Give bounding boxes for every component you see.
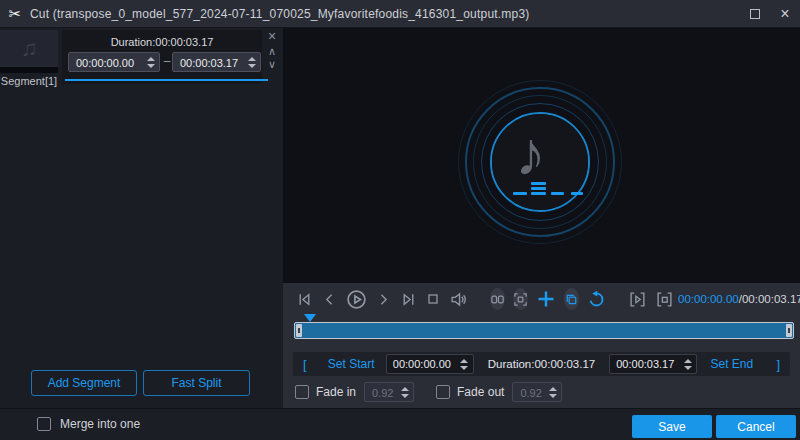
segment-end-spinner[interactable] [245,53,258,71]
music-note-icon: ♪ [515,123,546,185]
music-note-icon: ♫ [21,36,38,62]
segment-end-field [172,52,261,72]
add-segment-icon-button[interactable] [536,289,556,309]
skip-to-end-button[interactable] [400,291,417,308]
window-title: Cut (transpose_0_model_577_2024-07-11_07… [30,7,529,21]
cut-dialog: ✂ Cut (transpose_0_model_577_2024-07-11_… [0,0,800,440]
spin-up-icon[interactable] [684,359,692,363]
stop-button[interactable] [425,291,441,307]
fade-in-field [364,382,414,402]
trim-start-spinner[interactable] [458,355,471,373]
footer-bar: Merge into one Save Cancel [0,408,800,440]
fade-bar: Fade in Fade out [295,380,800,404]
maximize-button[interactable] [740,0,770,28]
fade-out-spinner[interactable] [546,383,559,401]
titlebar: ✂ Cut (transpose_0_model_577_2024-07-11_… [0,0,800,28]
fade-out-checkbox[interactable] [436,385,450,399]
fade-in-label: Fade in [316,385,356,399]
segment-move-up-button[interactable]: ∧ [264,45,280,58]
stop-segment-button[interactable] [655,291,674,308]
step-forward-button[interactable] [375,291,392,308]
set-end-button[interactable]: Set End [697,357,766,371]
segment-duration: Duration:00:00:03.17 [62,36,262,48]
segment-delete-button[interactable]: × [264,29,280,43]
close-icon: × [780,6,789,22]
timeline-track[interactable] [294,322,794,339]
fade-out-label: Fade out [457,385,504,399]
frame-select-button[interactable] [513,288,528,310]
preview-area: ♪ [283,28,800,283]
step-back-button[interactable] [321,291,338,308]
play-segment-button[interactable] [628,291,647,308]
spin-down-icon[interactable] [147,64,155,68]
fade-out-input[interactable] [513,384,545,402]
copy-segment-button[interactable] [564,288,579,310]
maximize-icon [750,9,760,19]
set-start-button[interactable]: Set Start [317,357,386,371]
fast-split-button[interactable]: Fast Split [143,370,250,396]
segment-end-input[interactable] [173,54,244,72]
spin-up-icon[interactable] [549,387,557,391]
segment-start-input[interactable] [69,54,143,72]
fade-in-spinner[interactable] [398,383,411,401]
spin-up-icon[interactable] [460,359,468,363]
play-button[interactable] [346,289,367,310]
bracket-open: [ [293,357,317,372]
fade-in-input[interactable] [365,384,397,402]
volume-button[interactable] [449,291,468,308]
fade-in-checkbox[interactable] [295,385,309,399]
spin-down-icon[interactable] [401,394,409,398]
merge-into-one-label: Merge into one [60,417,140,431]
add-segment-button[interactable]: Add Segment [31,370,137,396]
segment-move-down-button[interactable]: ∨ [264,58,280,71]
spin-up-icon[interactable] [401,387,409,391]
segment-thumbnail[interactable]: ♫ [0,30,58,73]
trim-end-field [609,354,697,374]
skip-to-start-button[interactable] [296,291,313,308]
fade-out-field [512,382,562,402]
merge-into-one-checkbox[interactable] [37,417,51,431]
close-button[interactable]: × [770,0,800,28]
transport-bar: 00:00:00.00/00:00:03.17 [283,283,800,315]
spin-down-icon[interactable] [248,64,256,68]
trim-start-input[interactable] [387,355,457,373]
spin-up-icon[interactable] [147,57,155,61]
time-readout: 00:00:00.00/00:00:03.17 [678,293,800,305]
total-time: /00:00:03.17 [739,293,800,305]
save-button[interactable]: Save [632,415,712,438]
spin-down-icon[interactable] [460,366,468,370]
trim-end-spinner[interactable] [681,355,694,373]
controls-panel: 00:00:00.00/00:00:03.17 [ Set Start Dura… [283,283,800,408]
trim-handle-left[interactable] [296,324,302,337]
segment-card: Duration:00:00:03.17 – [62,30,262,84]
segment-panel: ♫ Segment[1] Duration:00:00:03.17 – × ∧ … [0,28,283,408]
spin-down-icon[interactable] [684,366,692,370]
segment-progress-line [65,79,268,81]
bracket-close: ] [766,357,790,372]
scissors-icon: ✂ [0,5,30,23]
reset-button[interactable] [587,290,606,309]
trim-bar: [ Set Start Duration:00:00:03.17 Set End… [293,352,790,376]
current-time: 00:00:00.00 [678,293,739,305]
segment-start-spinner[interactable] [144,53,157,71]
trim-start-field [386,354,474,374]
equalizer-icon [513,178,585,196]
playhead-marker[interactable] [304,314,316,322]
trim-handle-right[interactable] [786,324,792,337]
spin-up-icon[interactable] [248,57,256,61]
split-segment-button[interactable] [490,288,505,310]
trim-duration-label: Duration:00:00:03.17 [474,358,609,370]
segment-start-field [68,52,160,72]
segment-label: Segment[1] [0,75,58,87]
trim-end-input[interactable] [610,355,680,373]
cancel-button[interactable]: Cancel [716,415,796,438]
spin-down-icon[interactable] [549,394,557,398]
